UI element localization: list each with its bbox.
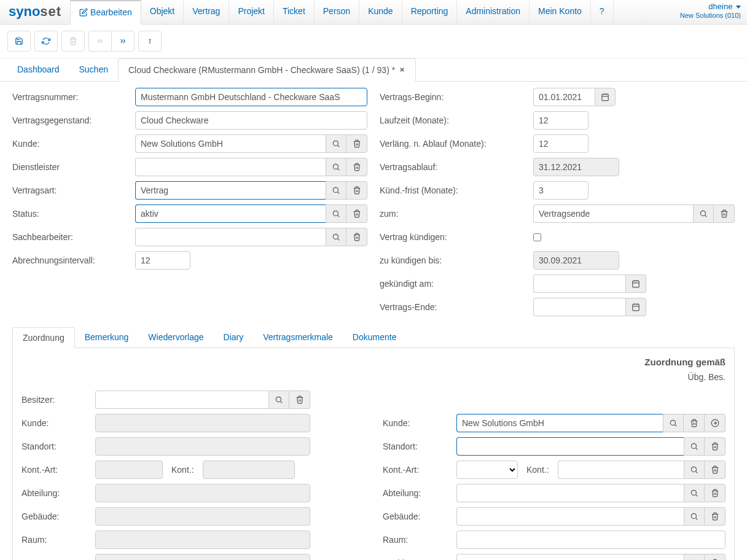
sachbearbeiter-search-icon[interactable]	[326, 228, 346, 246]
dienstleister-input[interactable]	[135, 158, 326, 176]
menu-ticket[interactable]: Ticket	[274, 0, 315, 24]
rstandort-clear-icon[interactable]	[705, 437, 725, 456]
kuendigen-checkbox[interactable]	[533, 233, 541, 241]
menu-vertrag[interactable]: Vertrag	[184, 0, 229, 24]
zum-clear-icon[interactable]	[714, 204, 735, 223]
kunde-input[interactable]	[135, 134, 326, 153]
sachbearbeiter-clear-icon[interactable]	[346, 228, 367, 246]
rkunde-search-icon[interactable]	[663, 414, 684, 432]
besitzer-search-icon[interactable]	[268, 391, 289, 409]
menu-kunde[interactable]: Kunde	[359, 0, 402, 24]
rsachbear-search-icon[interactable]	[684, 554, 705, 560]
panel-left-col: Besitzer: Kunde: Standort: Kont.-Art:Kon…	[22, 391, 364, 560]
beginn-calendar-icon[interactable]	[595, 88, 616, 106]
tab-wiedervorlage[interactable]: Wiedervorlage	[138, 327, 213, 348]
sachbearbeiter-input[interactable]	[135, 228, 326, 246]
zukbis-label: zu kündigen bis:	[380, 255, 533, 265]
dienstleister-clear-icon[interactable]	[346, 158, 367, 176]
gekam-label: gekündigt am:	[380, 279, 533, 289]
user-area[interactable]: dheine New Solutions (010)	[680, 0, 747, 24]
rsachbear-input[interactable]	[456, 554, 684, 560]
ende-calendar-icon[interactable]	[625, 298, 646, 316]
rgebaeude-clear-icon[interactable]	[705, 507, 725, 526]
tab-dokumente[interactable]: Dokumente	[343, 327, 407, 348]
rgebaeude-input[interactable]	[456, 507, 684, 526]
rabteilung-input[interactable]	[456, 484, 684, 502]
refresh-button[interactable]	[34, 31, 58, 52]
save-button[interactable]	[7, 31, 31, 52]
pkontart-input	[95, 461, 163, 479]
user-name: dheine	[708, 2, 732, 11]
menu-reporting[interactable]: Reporting	[402, 0, 458, 24]
rkont-clear-icon[interactable]	[705, 461, 725, 479]
pkunde-label: Kunde:	[22, 418, 95, 428]
kunde-clear-icon[interactable]	[346, 134, 367, 153]
rabteilung-clear-icon[interactable]	[705, 484, 725, 502]
close-tab-icon[interactable]	[399, 65, 405, 75]
dienstleister-search-icon[interactable]	[326, 158, 346, 176]
verlaeng-input[interactable]	[533, 134, 589, 153]
menu-bearbeiten[interactable]: Bearbeiten	[70, 0, 141, 25]
ende-label: Vertrags-Ende:	[380, 302, 533, 312]
ende-input[interactable]	[533, 298, 625, 316]
rkunde-goto-icon[interactable]	[705, 414, 725, 432]
next-button[interactable]	[111, 31, 135, 52]
rkont-label: Kont.:	[526, 465, 549, 475]
besitzer-clear-icon[interactable]	[289, 391, 310, 409]
kunde-label: Kunde:	[12, 139, 135, 149]
vertragsart-search-icon[interactable]	[326, 181, 346, 200]
rkontart-select[interactable]	[456, 461, 518, 479]
tab-current[interactable]: Cloud Checkware (RMustermann GmbH - Chec…	[118, 58, 416, 82]
rkont-search-icon[interactable]	[684, 461, 705, 479]
menu-person[interactable]: Person	[315, 0, 359, 24]
panel-right-col: Kunde: Standort: Kont.-Art:Kont.: Abteil…	[383, 391, 725, 560]
gegenstand-input[interactable]	[135, 111, 367, 130]
rstandort-input[interactable]	[456, 437, 684, 456]
kfrist-input[interactable]	[533, 181, 589, 200]
menu-objekt[interactable]: Objekt	[141, 0, 184, 24]
intervall-input[interactable]	[135, 251, 190, 270]
status-clear-icon[interactable]	[346, 204, 367, 223]
rabteilung-search-icon[interactable]	[684, 484, 705, 502]
menu-help[interactable]: ?	[591, 0, 614, 24]
vertragsart-clear-icon[interactable]	[346, 181, 367, 200]
pkontart-label: Kont.-Art:	[22, 465, 95, 475]
menu-projekt[interactable]: Projekt	[229, 0, 274, 24]
zum-search-icon[interactable]	[693, 204, 714, 223]
info-button[interactable]	[138, 31, 162, 52]
rsachbear-clear-icon[interactable]	[705, 554, 725, 560]
beginn-input[interactable]	[533, 88, 595, 106]
vertragsnummer-input[interactable]	[135, 88, 367, 106]
besitzer-input[interactable]	[95, 391, 268, 409]
verlaeng-label: Verläng. n. Ablauf (Monate):	[380, 139, 533, 149]
tab-bemerkung[interactable]: Bemerkung	[75, 327, 139, 348]
tab-dashboard[interactable]: Dashboard	[7, 58, 69, 81]
tab-zuordnung[interactable]: Zuordnung	[12, 327, 75, 348]
gekam-calendar-icon[interactable]	[625, 274, 646, 293]
rgebaeude-search-icon[interactable]	[684, 507, 705, 526]
rkunde-clear-icon[interactable]	[684, 414, 705, 432]
menu-meinkonto[interactable]: Mein Konto	[530, 0, 591, 24]
rkunde-label: Kunde:	[383, 418, 456, 428]
kunde-search-icon[interactable]	[326, 134, 346, 153]
tab-vertragsmerkmale[interactable]: Vertragsmerkmale	[253, 327, 343, 348]
vertragsart-input[interactable]	[135, 181, 326, 200]
status-input[interactable]	[135, 204, 326, 223]
tab-diary[interactable]: Diary	[214, 327, 254, 348]
rraum-input[interactable]	[456, 531, 725, 549]
rkunde-input[interactable]	[456, 414, 663, 432]
tab-suchen[interactable]: Suchen	[69, 58, 118, 81]
menu-administration[interactable]: Administration	[457, 0, 530, 24]
rstandort-search-icon[interactable]	[684, 437, 705, 456]
status-search-icon[interactable]	[326, 204, 346, 223]
rkont-input[interactable]	[558, 461, 684, 479]
rraum-label: Raum:	[383, 535, 456, 545]
laufzeit-input[interactable]	[533, 111, 589, 130]
form-left-column: Vertragsnummer: Vertragsgegenstand: Kund…	[12, 88, 367, 321]
status-label: Status:	[12, 209, 135, 219]
zum-input[interactable]	[533, 204, 693, 223]
prev-button	[88, 31, 112, 52]
gekam-input[interactable]	[533, 274, 625, 293]
vertragsnummer-label: Vertragsnummer:	[12, 92, 135, 102]
pstatus-input	[95, 554, 310, 560]
